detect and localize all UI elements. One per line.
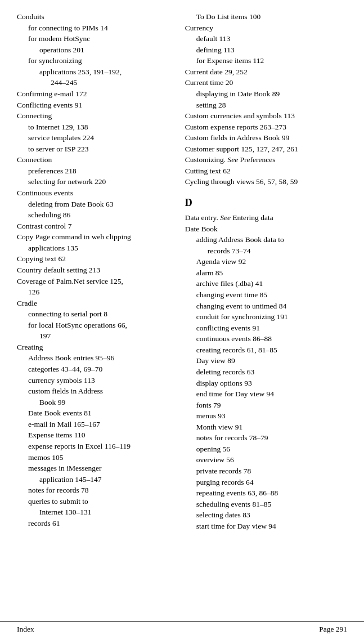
index-sub-entry: e-mail in Mail 165–167 — [17, 419, 174, 430]
index-sub-entry: to server or ISP 223 — [17, 144, 174, 155]
index-subsub-entry: Internet 130–131 — [17, 507, 174, 518]
index-main-entry: Country default setting 213 — [17, 265, 174, 276]
section-letter: D — [185, 195, 347, 210]
index-sub-entry: Agenda view 92 — [185, 256, 347, 267]
index-sub-entry: notes for records 78 — [17, 485, 174, 496]
index-sub-entry: start time for Day view 94 — [185, 521, 347, 532]
index-sub-entry: continuous events 86–88 — [185, 333, 347, 345]
index-sub-entry: purging records 64 — [185, 477, 347, 488]
index-sub-entry: applications 135 — [17, 243, 174, 254]
index-main-entry: Contrast control 7 — [17, 221, 174, 232]
index-sub-entry: menus 93 — [185, 410, 347, 422]
index-sub-entry: Expense items 110 — [17, 430, 174, 441]
index-sub-entry: scheduling events 81–85 — [185, 499, 347, 510]
index-sub-entry: creating records 61, 81–85 — [185, 345, 347, 356]
index-subsub-entry: application 145–147 — [17, 474, 174, 485]
index-sub-entry: connecting to serial port 8 — [17, 308, 174, 320]
index-sub-entry: Address Book entries 95–96 — [17, 352, 174, 364]
index-sub-entry: displaying in Date Book 89 — [185, 88, 347, 100]
index-sub-entry: for Expense items 112 — [185, 55, 347, 66]
index-main-entry: Currency — [185, 23, 347, 34]
index-sub-entry: overview 56 — [185, 454, 347, 466]
index-main-entry: Date Book — [185, 223, 347, 235]
index-main-entry: Cutting text 62 — [185, 166, 347, 177]
index-sub-entry: expense reports in Excel 116–119 — [17, 441, 174, 452]
index-sub-entry: end time for Day view 94 — [185, 388, 347, 400]
index-sub-entry: conflicting events 91 — [185, 323, 347, 334]
index-sub-entry: notes for records 78–79 — [185, 432, 347, 444]
index-sub-entry: fonts 79 — [185, 400, 347, 411]
index-sub-entry: preferences 218 — [17, 166, 174, 177]
index-sub-entry: categories 43–44, 69–70 — [17, 364, 174, 375]
index-sub-entry: records 61 — [17, 518, 174, 529]
index-sub-entry: currency symbols 113 — [17, 375, 174, 386]
index-sub-entry: private records 78 — [185, 466, 347, 477]
index-main-entry: Conflicting events 91 — [17, 100, 174, 111]
index-main-entry: Customer support 125, 127, 247, 261 — [185, 144, 347, 155]
index-main-entry: Custom fields in Address Book 99 — [185, 132, 347, 144]
index-sub-entry: conduit for synchronizing 191 — [185, 311, 347, 323]
index-sub-entry: default 113 — [185, 33, 347, 44]
index-sub-entry: opening 56 — [185, 444, 347, 455]
index-sub-entry: display options 93 — [185, 378, 347, 389]
index-sub-entry: changing event to untimed 84 — [185, 301, 347, 312]
index-sub-entry: for modem HotSync — [17, 33, 174, 44]
index-main-entry: Copy Page command in web clipping — [17, 231, 174, 243]
index-sub-entry: To Do List items 100 — [185, 11, 347, 23]
index-main-entry: Cradle — [17, 298, 174, 309]
index-sub-entry: Day view 89 — [185, 355, 347, 366]
index-main-entry: Copying text 62 — [17, 253, 174, 265]
index-main-entry: Data entry. See Entering data — [185, 212, 347, 223]
index-main-entry: Current time 20 — [185, 77, 347, 88]
index-sub-entry: selecting dates 83 — [185, 509, 347, 521]
index-sub-entry: for local HotSync operations 66, — [17, 320, 174, 331]
index-sub2-entry: 126 — [17, 287, 174, 298]
index-main-entry: Custom expense reports 263–273 — [185, 122, 347, 133]
index-main-entry: Current date 29, 252 — [185, 66, 347, 78]
index-sub-entry: deleting records 63 — [185, 366, 347, 378]
index-sub-entry: custom fields in Address — [17, 386, 174, 397]
index-sub-entry: selecting for network 220 — [17, 176, 174, 187]
index-sub-entry: to Internet 129, 138 — [17, 122, 174, 133]
column-right: To Do List items 100Currencydefault 113d… — [182, 11, 347, 531]
index-sub-entry: repeating events 63, 86–88 — [185, 488, 347, 499]
index-sub-entry: queries to submit to — [17, 496, 174, 507]
index-main-entry: Conduits — [17, 11, 174, 23]
index-subsub-entry: 197 — [17, 330, 174, 342]
index-sub-entry: adding Address Book data to — [185, 234, 347, 245]
index-subsub-entry: records 73–74 — [185, 245, 347, 257]
footer: Index Page 291 — [0, 621, 364, 634]
index-sub-entry: setting 28 — [185, 100, 347, 111]
index-main-entry: Connection — [17, 154, 174, 166]
index-subsub-entry: Book 99 — [17, 397, 174, 408]
index-sub-entry: changing event time 85 — [185, 289, 347, 301]
index-main-entry: Confirming e-mail 172 — [17, 88, 174, 100]
index-main-entry: Creating — [17, 342, 174, 353]
index-sub-entry: Month view 91 — [185, 422, 347, 433]
index-main-entry: Custom currencies and symbols 113 — [185, 110, 347, 122]
footer-index-label: Index — [17, 625, 34, 634]
index-sub-entry: alarm 85 — [185, 267, 347, 279]
index-main-entry: Continuous events — [17, 187, 174, 199]
index-main-entry: Cycling through views 56, 57, 58, 59 — [185, 176, 347, 187]
index-sub-entry: archive files (.dba) 41 — [185, 278, 347, 289]
index-sub-entry: defining 113 — [185, 44, 347, 56]
index-sub-entry: scheduling 86 — [17, 209, 174, 221]
index-main-entry: Connecting — [17, 110, 174, 122]
index-main-entry: Coverage of Palm.Net service 125, — [17, 276, 174, 287]
index-sub-entry: Date Book events 81 — [17, 408, 174, 419]
index-sub-entry: messages in iMessenger — [17, 463, 174, 474]
index-main-entry: Customizing. See Preferences — [185, 154, 347, 166]
footer-page-number: Page 291 — [319, 625, 347, 634]
page-content: Conduitsfor connecting to PIMs 14for mod… — [17, 11, 347, 531]
column-left: Conduitsfor connecting to PIMs 14for mod… — [17, 11, 182, 531]
index-sub-entry: memos 105 — [17, 452, 174, 463]
index-sub-entry: deleting from Date Book 63 — [17, 199, 174, 210]
index-subsub-entry: applications 253, 191–192, — [17, 66, 174, 78]
index-subsub-entry: operations 201 — [17, 44, 174, 56]
index-subsub2-entry: 244–245 — [17, 77, 174, 88]
index-sub-entry: service templates 224 — [17, 132, 174, 144]
index-sub-entry: for synchronizing — [17, 55, 174, 66]
index-sub-entry: for connecting to PIMs 14 — [17, 23, 174, 34]
